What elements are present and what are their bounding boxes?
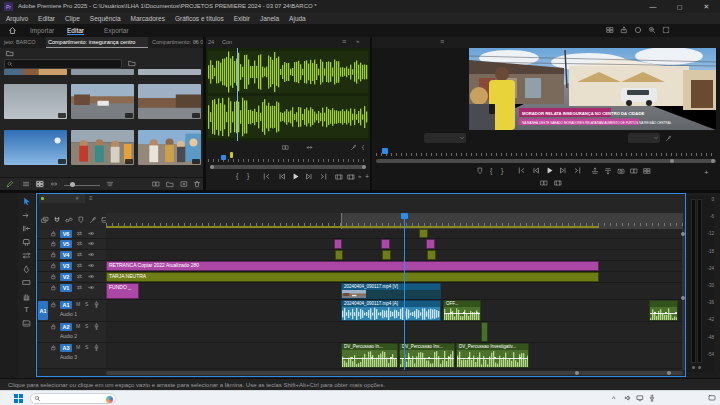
home-icon[interactable] xyxy=(8,26,17,35)
source-panel-menu-icon[interactable]: ≡ xyxy=(342,38,346,45)
menu-exibir[interactable]: Exibir xyxy=(234,15,250,22)
source-drag-av-icon[interactable] xyxy=(306,144,313,151)
timeline-clip[interactable]: 20240404_090117.mp4 [V] xyxy=(341,283,441,299)
source-overwrite-icon[interactable] xyxy=(347,173,355,181)
track-target-v1[interactable]: V1 xyxy=(60,284,72,292)
window-minimize-button[interactable]: — xyxy=(640,0,666,13)
comparison-view-icon[interactable] xyxy=(630,167,638,175)
track-target-v3[interactable]: V3 xyxy=(60,262,72,270)
timeline-clip[interactable] xyxy=(381,239,390,249)
timeline-clip[interactable] xyxy=(649,300,678,321)
type-tool-icon[interactable]: T xyxy=(24,305,29,314)
volume-icon[interactable] xyxy=(624,394,632,402)
zoom-level-dropdown[interactable] xyxy=(628,133,660,143)
rectangle-tool-icon[interactable] xyxy=(22,278,31,287)
project-item-thumbnail[interactable] xyxy=(71,69,134,75)
timeline-settings-icon[interactable] xyxy=(89,216,97,224)
source-tabs-overflow-icon[interactable]: » xyxy=(356,38,359,44)
program-mark-in-button[interactable]: { xyxy=(490,167,492,174)
mode-editar[interactable]: Editar xyxy=(67,27,84,35)
keyframe-dot[interactable] xyxy=(428,357,430,359)
windows-start-button[interactable] xyxy=(14,394,23,403)
sync-lock-icon[interactable] xyxy=(76,240,83,247)
source-scrollbar[interactable] xyxy=(210,165,366,169)
project-item-thumbnail[interactable] xyxy=(138,130,201,165)
source-mark-in-button[interactable]: { xyxy=(236,172,238,179)
voiceover-record-icon[interactable] xyxy=(93,323,100,330)
timeline-clip[interactable] xyxy=(481,322,488,342)
source-more-icon[interactable]: » xyxy=(358,173,361,179)
keyframe-dot[interactable] xyxy=(450,312,452,314)
source-mark-out-button[interactable]: } xyxy=(247,172,249,179)
nest-toggle-icon[interactable] xyxy=(41,216,49,224)
keyframe-dot[interactable] xyxy=(371,357,373,359)
program-time-ruler[interactable] xyxy=(376,148,716,156)
program-goto-out-icon[interactable] xyxy=(573,166,582,175)
program-goto-in-icon[interactable] xyxy=(517,166,526,175)
safe-margins-icon[interactable] xyxy=(540,179,548,187)
linked-selection-icon[interactable] xyxy=(65,216,73,224)
track-lane-a1[interactable]: 20240404_090117.mp4 [A]OFF... xyxy=(106,300,683,322)
timeline-ruler[interactable] xyxy=(106,213,683,229)
track-lane-v2[interactable]: TARJA NEUTRA xyxy=(106,272,683,283)
list-view-icon[interactable] xyxy=(22,180,30,188)
track-lane-v3[interactable]: RETRANCA Copiar 2022 Atualizado 280 xyxy=(106,261,683,272)
meter-solo-dot[interactable] xyxy=(692,366,695,369)
program-step-forward-icon[interactable] xyxy=(559,166,568,175)
delete-icon[interactable] xyxy=(193,180,201,188)
source-play-icon[interactable] xyxy=(291,172,300,181)
program-panel-menu-icon[interactable]: ≡ xyxy=(440,38,444,45)
keyframe-dot[interactable] xyxy=(665,312,667,314)
source-button-editor-icon[interactable]: + xyxy=(365,173,369,180)
source-patch-a1[interactable]: A1 xyxy=(38,301,48,320)
timeline-clip[interactable]: FUNDO _ xyxy=(106,283,139,299)
menu-editar[interactable]: Editar xyxy=(38,15,55,22)
keyframe-dot[interactable] xyxy=(675,312,677,314)
add-marker-icon[interactable] xyxy=(476,167,484,175)
vr-video-icon[interactable] xyxy=(554,179,562,187)
menu-sequ-ncia[interactable]: Sequência xyxy=(90,15,121,22)
track-target-v2[interactable]: V2 xyxy=(60,273,72,281)
program-scrollbar[interactable] xyxy=(376,159,716,163)
mode-importar[interactable]: Importar xyxy=(30,27,54,34)
source-marker[interactable] xyxy=(230,152,233,158)
timeline-clip[interactable] xyxy=(419,229,428,238)
project-item-thumbnail[interactable] xyxy=(71,130,134,165)
keyframe-dot[interactable] xyxy=(463,312,465,314)
project-item-thumbnail[interactable] xyxy=(138,69,201,75)
timeline-clip[interactable] xyxy=(382,250,391,260)
slip-tool-icon[interactable] xyxy=(22,251,31,260)
extract-icon[interactable] xyxy=(604,167,612,175)
track-lock-icon[interactable] xyxy=(50,273,57,280)
solo-button[interactable]: S xyxy=(85,323,88,329)
source-playhead[interactable] xyxy=(237,48,238,141)
timeline-hscroll-dot[interactable] xyxy=(575,371,579,375)
track-lane-v4[interactable] xyxy=(106,250,683,261)
microphone-icon[interactable] xyxy=(648,394,656,402)
voiceover-record-icon[interactable] xyxy=(93,344,100,351)
track-lock-icon[interactable] xyxy=(50,262,57,269)
timeline-clip[interactable] xyxy=(334,239,342,249)
shuttle-icon[interactable] xyxy=(50,180,58,188)
timeline-clip[interactable]: DV_Percussao Investigativ... xyxy=(456,343,529,368)
zoom-tool-icon[interactable] xyxy=(648,26,656,34)
thumbnail-view-icon[interactable] xyxy=(36,180,44,188)
program-scrollbar-dot[interactable] xyxy=(670,159,674,163)
solo-button[interactable]: S xyxy=(85,344,88,350)
selection-tool-icon[interactable] xyxy=(22,197,31,206)
freeform-icon[interactable] xyxy=(152,180,160,188)
source-step-forward-icon[interactable] xyxy=(305,172,314,181)
write-tool-icon[interactable] xyxy=(6,180,14,188)
source-bracket-icon[interactable]: { xyxy=(362,144,364,150)
program-scrollbar-dot[interactable] xyxy=(711,159,715,163)
track-lock-icon[interactable] xyxy=(50,301,57,308)
timeline-hscrollbar[interactable] xyxy=(106,371,683,375)
sort-icon[interactable] xyxy=(106,180,114,188)
project-item-thumbnail[interactable] xyxy=(138,84,201,119)
mute-button[interactable]: M xyxy=(76,344,80,350)
timeline-clip[interactable]: RETRANCA Copiar 2022 Atualizado 280 xyxy=(106,261,599,271)
timeline-playhead[interactable] xyxy=(404,213,405,370)
workspaces-icon[interactable] xyxy=(606,26,614,34)
source-goto-in-icon[interactable] xyxy=(262,172,271,181)
search-input[interactable] xyxy=(4,59,122,69)
